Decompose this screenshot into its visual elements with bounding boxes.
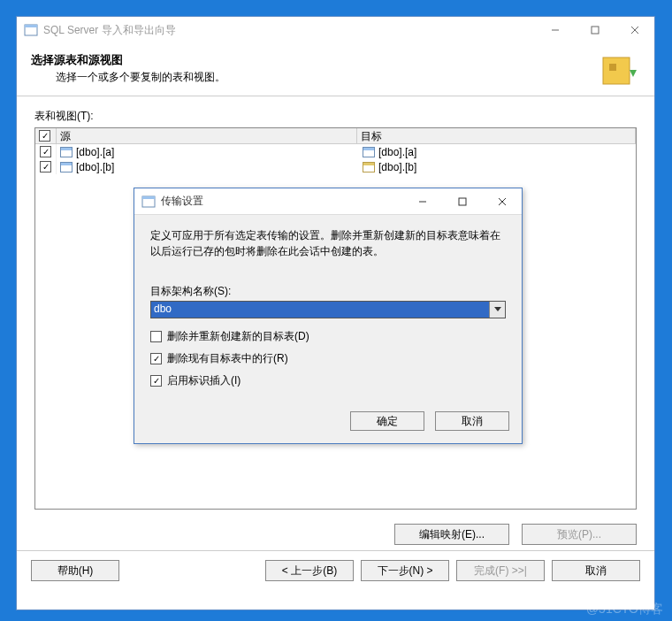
modal-body: 定义可应用于所有选定表传输的设置。删除并重新创建新的目标表意味着在以后运行已存的… xyxy=(134,215,522,404)
drop-recreate-option[interactable]: 删除并重新创建新的目标表(D) xyxy=(150,329,506,344)
modal-title: 传输设置 xyxy=(161,194,402,209)
header-subtitle: 选择一个或多个要复制的表和视图。 xyxy=(56,70,640,85)
svg-rect-7 xyxy=(609,64,616,71)
delete-rows-option[interactable]: ✓ 删除现有目标表中的行(R) xyxy=(150,351,506,366)
svg-rect-3 xyxy=(592,27,599,34)
header-target[interactable]: 目标 xyxy=(357,128,636,143)
close-button[interactable] xyxy=(615,17,654,43)
watermark: @51CTO博客 xyxy=(586,602,663,617)
schema-combobox[interactable]: dbo xyxy=(150,301,506,318)
modal-description: 定义可应用于所有选定表传输的设置。删除并重新创建新的目标表意味着在以后运行已存的… xyxy=(150,227,506,259)
tables-label: 表和视图(T): xyxy=(34,109,637,124)
main-title: SQL Server 导入和导出向导 xyxy=(43,23,535,38)
chevron-down-icon[interactable] xyxy=(489,302,505,318)
minimize-button[interactable] xyxy=(535,17,575,43)
ok-button[interactable]: 确定 xyxy=(350,411,424,431)
transfer-settings-dialog: 传输设置 定义可应用于所有选定表传输的设置。删除并重新创建新的目标表意味着在以后… xyxy=(134,188,523,444)
table-icon xyxy=(363,162,375,172)
svg-rect-1 xyxy=(25,25,37,27)
preview-button: 预览(P)... xyxy=(522,524,637,545)
opt1-label: 删除并重新创建新的目标表(D) xyxy=(167,329,309,344)
table-icon xyxy=(363,147,375,157)
modal-titlebar: 传输设置 xyxy=(134,188,522,215)
identity-insert-option[interactable]: ✓ 启用标识插入(I) xyxy=(150,373,506,388)
row-check[interactable]: ✓ xyxy=(40,146,51,157)
target-cell[interactable]: [dbo].[a] xyxy=(378,146,416,158)
finish-button: 完成(F) >>| xyxy=(456,560,545,581)
header-check[interactable]: ✓ xyxy=(35,128,57,143)
schema-label: 目标架构名称(S): xyxy=(150,284,506,299)
opt3-label: 启用标识插入(I) xyxy=(167,373,241,388)
table-icon xyxy=(60,162,73,172)
target-cell[interactable]: [dbo].[b] xyxy=(378,161,416,173)
modal-footer: 确定 取消 xyxy=(134,404,522,443)
main-titlebar: SQL Server 导入和导出向导 xyxy=(17,17,654,43)
modal-cancel-button[interactable]: 取消 xyxy=(435,411,509,431)
checkbox-checked[interactable]: ✓ xyxy=(150,375,162,387)
cancel-button[interactable]: 取消 xyxy=(552,560,640,581)
source-cell: [dbo].[a] xyxy=(76,146,114,158)
table-row[interactable]: ✓ [dbo].[a] [dbo].[a] xyxy=(35,144,636,159)
wizard-footer: 帮助(H) < 上一步(B) 下一步(N) > 完成(F) >>| 取消 xyxy=(17,550,654,590)
modal-minimize-button[interactable] xyxy=(402,188,442,215)
checkbox-checked[interactable]: ✓ xyxy=(150,353,162,364)
edit-mapping-button[interactable]: 编辑映射(E)... xyxy=(394,524,509,545)
row-check[interactable]: ✓ xyxy=(40,161,51,172)
svg-rect-9 xyxy=(142,196,155,199)
source-cell: [dbo].[b] xyxy=(76,161,114,173)
svg-rect-11 xyxy=(459,198,466,205)
modal-close-button[interactable] xyxy=(482,188,522,215)
help-button[interactable]: 帮助(H) xyxy=(31,560,119,581)
mapping-buttons: 编辑映射(E)... 预览(P)... xyxy=(17,515,654,550)
modal-maximize-button[interactable] xyxy=(442,188,482,215)
back-button[interactable]: < 上一步(B) xyxy=(265,560,354,581)
table-row[interactable]: ✓ [dbo].[b] [dbo].[b] xyxy=(35,159,636,174)
checkbox-unchecked[interactable] xyxy=(150,331,162,342)
dialog-icon xyxy=(141,195,156,209)
app-icon xyxy=(24,23,38,37)
opt2-label: 删除现有目标表中的行(R) xyxy=(167,351,288,366)
wizard-header: 选择源表和源视图 选择一个或多个要复制的表和视图。 xyxy=(17,43,654,96)
header-source[interactable]: 源 xyxy=(57,128,357,143)
table-icon xyxy=(60,147,73,157)
next-button[interactable]: 下一步(N) > xyxy=(361,560,449,581)
grid-header: ✓ 源 目标 xyxy=(35,128,636,144)
header-title: 选择源表和源视图 xyxy=(31,52,640,68)
wizard-icon xyxy=(598,52,638,93)
maximize-button[interactable] xyxy=(575,17,615,43)
schema-value: dbo xyxy=(151,302,489,318)
